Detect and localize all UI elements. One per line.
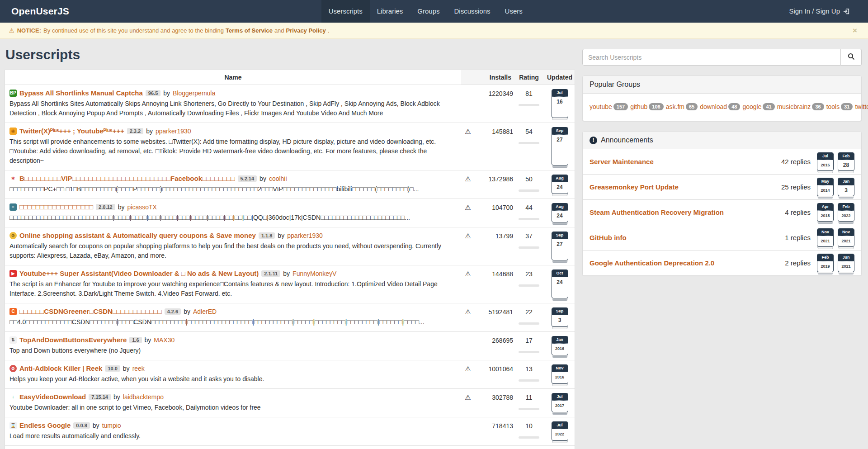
rating-bar (519, 284, 539, 287)
author-link[interactable]: Bloggerpemula (173, 90, 215, 97)
rating-value: 50 (525, 175, 533, 183)
group-tag-link[interactable]: download (700, 103, 727, 110)
top-navbar: OpenUserJS UserscriptsLibrariesGroupsDis… (0, 0, 868, 23)
script-title-link[interactable]: Online shopping assistant & Automaticall… (19, 232, 256, 239)
rating-bar (519, 189, 539, 192)
nav-item[interactable]: Groups (410, 0, 447, 23)
announcement-created-calendar-icon: Nov 2021 (817, 228, 834, 247)
group-tag-link[interactable]: github (630, 103, 647, 110)
announcement-item: Server Maintenance 42 replies Jul 2015 F… (583, 149, 861, 174)
group-tag-link[interactable]: musicbrainz (777, 103, 811, 110)
version-badge: 7.15.14 (89, 394, 111, 400)
author-link[interactable]: picassoTX (127, 203, 156, 211)
announcement-link[interactable]: Google Authentication Deprecation 2.0 (590, 259, 785, 267)
nav-item[interactable]: Libraries (370, 0, 410, 23)
privacy-policy-link[interactable]: Privacy Policy (286, 27, 326, 34)
notice-label: NOTICE: (17, 27, 41, 34)
version-badge: 0.0.8 (73, 422, 90, 429)
script-description: □□□□□□□□□PC+□□ □1□B□□□□□□□□□(□□□□P□□□□□□… (9, 184, 457, 194)
announcement-replies: 2 replies (785, 259, 811, 267)
announcement-replies: 4 replies (785, 208, 811, 216)
script-title-link[interactable]: Bypass All Shortlinks Manual Captcha (19, 89, 143, 97)
updated-calendar-icon: Nov 2016 (552, 364, 568, 384)
table-body: BP Bypass All Shortlinks Manual Captcha … (5, 85, 575, 449)
author-link[interactable]: coolhii (269, 175, 287, 182)
sign-in-button[interactable]: Sign In / Sign Up (782, 0, 857, 23)
column-header-installs[interactable]: Installs (475, 70, 513, 85)
announcement-item: Steam Authentication Recovery Migration … (583, 199, 861, 225)
script-row: BP Bypass All Shortlinks Manual Captcha … (5, 85, 575, 123)
author-link[interactable]: AdlerED (193, 308, 217, 315)
script-row: ⊘ Anti-Adblock Killer | Reek 10.0 by ree… (5, 360, 575, 388)
terms-of-service-link[interactable]: Terms of Service (226, 27, 273, 34)
script-icon: ⊙ (9, 232, 17, 239)
close-icon[interactable]: × (853, 27, 857, 34)
author-link[interactable]: tumpio (102, 422, 121, 429)
search-button[interactable] (841, 49, 862, 66)
script-title-link[interactable]: Youtube+++ Super Assistant(Video Downloa… (19, 269, 259, 277)
script-description: □□□□□□□□□□□□□□□□□□□□□□□□□□□|□□□□|□□□□|□□… (9, 213, 457, 222)
announcement-item: Google Authentication Deprecation 2.0 2 … (583, 250, 861, 275)
group-tag-link[interactable]: youtube (590, 103, 612, 110)
group-tag-link[interactable]: google (742, 103, 761, 110)
flag-warning-icon: ⚠ (465, 270, 471, 278)
flag-warning-icon: ⚠ (465, 203, 471, 211)
script-row: ◉ Twitter(X)ᴾˡᵘˢ+++ ; Youtubeᴾˡᵘˢ+++ 2.3… (5, 123, 575, 170)
rating-value: 23 (525, 270, 533, 278)
version-badge: 2.3.2 (127, 128, 143, 134)
script-description: Automatically search for coupons on popu… (9, 241, 457, 260)
rating-value: 44 (525, 204, 533, 211)
popular-groups-tags: youtube157github106ask.fm65download48goo… (583, 94, 861, 121)
column-header-rating[interactable]: Rating (513, 70, 545, 85)
group-tag-count-badge: 48 (728, 103, 740, 110)
author-link[interactable]: pparker1930 (287, 232, 323, 239)
author-link[interactable]: laidbacktempo (123, 393, 164, 401)
script-title-link[interactable]: Twitter(X)ᴾˡᵘˢ+++ ; Youtubeᴾˡᵘˢ+++ (19, 127, 124, 135)
column-header-flag-spacer (461, 70, 475, 85)
calendar-value: 2016 (552, 344, 568, 354)
column-header-name[interactable]: Name (5, 70, 461, 85)
script-title-link[interactable]: TopAndDownButtonsEverywhere (19, 336, 127, 344)
sign-in-icon (843, 8, 849, 14)
rating-value: 11 (526, 394, 533, 401)
installs-count: 104700 (475, 203, 513, 222)
announcement-link[interactable]: Greasemonkey Port Update (590, 183, 781, 191)
script-title-link[interactable]: Endless Google (19, 421, 71, 429)
author-link[interactable]: MAX30 (154, 336, 175, 344)
nav-item[interactable]: Users (498, 0, 530, 23)
announcement-replies: 42 replies (781, 158, 811, 165)
scripts-column: Userscripts Name Installs Rating Updated… (5, 43, 575, 449)
group-tag-link[interactable]: ask.fm (666, 103, 684, 110)
group-tag-link[interactable]: tools (826, 103, 840, 110)
calendar-value: 2022 (552, 429, 568, 440)
installs-count: 268695 (475, 336, 513, 355)
calendar-value: 16 (552, 97, 568, 107)
rating-bar (519, 218, 539, 220)
brand-logo[interactable]: OpenUserJS (11, 6, 69, 17)
announcement-link[interactable]: Server Maintenance (590, 158, 781, 165)
script-title-link[interactable]: B□□□□□□□□□VIP□□□□□□□□□□□□□□□□□□□□□□□□Fac… (19, 175, 235, 182)
script-title-link[interactable]: □□□□□□CSDNGreener□CSDN□□□□□□□□□□□□ (19, 307, 162, 315)
script-title-link[interactable]: Anti-Adblock Killer | Reek (19, 364, 102, 372)
author-link[interactable]: FunnyMonkeyV (292, 270, 336, 277)
nav-item[interactable]: Userscripts (321, 0, 370, 23)
announcement-link[interactable]: GitHub info (590, 234, 785, 241)
announcement-item: Greasemonkey Port Update 25 replies May … (583, 174, 861, 199)
announcement-created-calendar-icon: Feb 2019 (817, 254, 834, 272)
announcement-link[interactable]: Steam Authentication Recovery Migration (590, 208, 785, 216)
nav-item[interactable]: Discussions (447, 0, 498, 23)
version-badge: 1.1.8 (259, 232, 275, 239)
author-link[interactable]: reek (132, 365, 145, 372)
calendar-month: Jan (838, 178, 854, 185)
search-input[interactable] (582, 49, 841, 66)
group-tag: ask.fm65 (666, 103, 698, 110)
author-link[interactable]: pparker1930 (156, 128, 191, 135)
group-tag-link[interactable]: twitter (855, 103, 868, 110)
script-title-link[interactable]: EasyVideoDownload (19, 393, 86, 401)
installs-count: 1001064 (475, 364, 513, 384)
rating-bar (519, 351, 539, 353)
column-header-updated[interactable]: Updated (545, 70, 575, 85)
script-title-link[interactable]: □□□□□□□□□□□□□□□□□□ (19, 203, 93, 211)
calendar-month: Sep (552, 308, 568, 315)
version-badge: 96.5 (146, 90, 160, 96)
